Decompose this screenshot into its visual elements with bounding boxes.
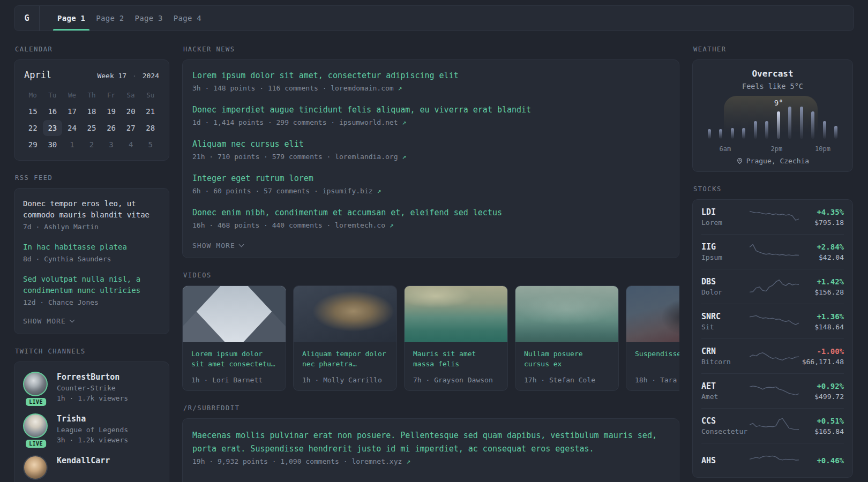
- stock-row[interactable]: IIGIpsum+2.84%$42.04: [701, 234, 844, 269]
- calendar-day: 19: [101, 103, 121, 119]
- tab-page-1[interactable]: Page 1: [52, 6, 91, 31]
- twitch-channel[interactable]: LIVETrishaLeague of Legends3h · 1.2k vie…: [23, 413, 160, 445]
- channel-category: League of Legends: [57, 425, 128, 435]
- video-card[interactable]: Suspendisse diam18h · Tara: [626, 285, 679, 391]
- channel-name[interactable]: Trisha: [57, 413, 128, 425]
- weather-bars: [708, 106, 837, 139]
- stock-change: +4.35%: [799, 207, 844, 217]
- weather-location-text: Prague, Czechia: [746, 157, 809, 165]
- section-label-twitch: TWITCH CHANNELS: [15, 348, 169, 355]
- rss-item-title[interactable]: In hac habitasse platea: [23, 242, 160, 253]
- twitch-channel[interactable]: KendallCarr: [23, 455, 160, 480]
- stock-row[interactable]: AHS+0.46%: [701, 443, 844, 477]
- video-title[interactable]: Lorem ipsum dolor sit amet consectetu…: [191, 349, 277, 369]
- stock-row[interactable]: AETAmet+0.92%$499.72: [701, 373, 844, 408]
- right-column: WEATHER Overcast Feels like 5°C 9° 6am2p…: [692, 46, 853, 482]
- twitch-channel[interactable]: LIVEForrestBurtonCounter-Strike1h · 1.7k…: [23, 372, 160, 403]
- hackernews-item: Aliquam nec cursus elit21h · 710 points …: [192, 139, 669, 162]
- calendar-day-header: Tu: [43, 87, 63, 103]
- stock-row[interactable]: LDILorem+4.35%$795.18: [701, 200, 844, 234]
- weather-bar: [811, 111, 814, 139]
- video-card[interactable]: Mauris sit amet massa felis7h · Grayson …: [404, 285, 508, 391]
- channel-name[interactable]: KendallCarr: [57, 455, 110, 466]
- calendar-day: 24: [62, 120, 82, 136]
- stock-sparkline: [750, 381, 799, 402]
- tab-page-3[interactable]: Page 3: [130, 6, 168, 31]
- hackernews-item-title[interactable]: Donec enim nibh, condimentum et accumsan…: [192, 207, 669, 219]
- calendar-day: 4: [121, 137, 141, 153]
- calendar-day-header: Sa: [121, 87, 141, 103]
- calendar-week: Week 17: [97, 72, 126, 80]
- stock-price: $499.72: [799, 391, 844, 402]
- external-link-icon: ↗: [377, 187, 381, 195]
- rss-item-title[interactable]: Donec tempor eros leo, ut commodo mauris…: [23, 198, 160, 221]
- hackernews-item-title[interactable]: Donec imperdiet augue tincidunt felis al…: [192, 104, 669, 116]
- calendar-widget: April Week 17 · 2024 MoTuWeThFrSaSu15161…: [14, 59, 169, 161]
- stock-symbol: CRN: [701, 346, 750, 357]
- calendar-day: 25: [82, 120, 102, 136]
- calendar-day-header: Su: [140, 87, 160, 103]
- tab-page-2[interactable]: Page 2: [91, 6, 129, 31]
- video-title[interactable]: Suspendisse diam: [635, 349, 679, 359]
- weather-time-label: 10pm: [815, 145, 830, 153]
- avatar-image: [23, 455, 48, 480]
- hackernews-item-title[interactable]: Aliquam nec cursus elit: [192, 139, 669, 150]
- main-columns: CALENDAR April Week 17 · 2024 MoTuWeThFr…: [14, 46, 854, 482]
- weather-bar: [754, 121, 757, 139]
- stock-sparkline: [750, 207, 799, 228]
- video-title[interactable]: Mauris sit amet massa felis: [413, 349, 499, 369]
- calendar-day: 27: [121, 120, 141, 136]
- calendar-day: 17: [62, 103, 82, 119]
- separator-dot: ·: [131, 72, 138, 80]
- app-logo[interactable]: G: [14, 6, 39, 31]
- tab-page-4[interactable]: Page 4: [168, 6, 207, 31]
- weather-time-label: 2pm: [771, 145, 783, 153]
- section-label-hackernews: HACKER NEWS: [183, 46, 679, 53]
- channel-name[interactable]: ForrestBurton: [57, 372, 128, 383]
- external-link-icon: ↗: [406, 457, 410, 465]
- item-meta-text: 8d · Cynthia Saunders: [23, 255, 111, 263]
- item-meta-text: 19h · 9,932 points · 1,090 comments · lo…: [192, 457, 406, 465]
- page-tabs: Page 1Page 2Page 3Page 4: [52, 6, 207, 31]
- item-meta: 6h · 60 points · 57 comments · ipsumify.…: [192, 186, 669, 196]
- video-thumbnail: [183, 286, 286, 342]
- stock-values: -1.00%$66,171.48: [799, 346, 844, 367]
- video-card[interactable]: Lorem ipsum dolor sit amet consectetu…1h…: [182, 285, 286, 391]
- section-label-stocks: STOCKS: [693, 185, 853, 193]
- video-thumbnail: [405, 286, 507, 342]
- item-meta-text: 7d · Ashlyn Martin: [23, 223, 99, 231]
- stock-row[interactable]: CCSConsectetur+0.51%$165.84: [701, 408, 844, 443]
- reddit-post-title[interactable]: Maecenas mollis pulvinar erat non posuer…: [192, 429, 669, 456]
- video-title[interactable]: Aliquam tempor dolor nec pharetra…: [302, 349, 388, 369]
- video-card-body: Lorem ipsum dolor sit amet consectetu…1h…: [183, 342, 286, 390]
- weather-bar: [731, 128, 734, 139]
- item-meta: 19h · 9,932 points · 1,090 comments · lo…: [192, 457, 669, 465]
- rss-item-title[interactable]: Sed volutpat nulla nisl, a condimentum n…: [23, 274, 160, 296]
- external-link-icon: ↗: [398, 84, 402, 92]
- stock-row[interactable]: SNRCSit+1.36%$148.64: [701, 304, 844, 338]
- avatar-image: [23, 372, 48, 396]
- weather-location: Prague, Czechia: [699, 157, 846, 165]
- stock-symbol: CCS: [701, 416, 750, 426]
- rss-show-more[interactable]: SHOW MORE: [23, 317, 160, 325]
- hackernews-show-more[interactable]: SHOW MORE: [192, 242, 669, 250]
- stock-symbol: LDI: [701, 207, 750, 217]
- avatar-image: [23, 413, 48, 438]
- weather-bar: [834, 126, 837, 139]
- video-card[interactable]: Nullam posuere cursus ex17h · Stefan Col…: [515, 285, 619, 391]
- calendar-header: April Week 17 · 2024: [24, 70, 159, 80]
- video-card-body: Suspendisse diam18h · Tara: [626, 342, 679, 390]
- stock-row[interactable]: CRNBitcorn-1.00%$66,171.48: [701, 338, 844, 373]
- video-card[interactable]: Aliquam tempor dolor nec pharetra…1h · M…: [293, 285, 397, 391]
- rss-widget: Donec tempor eros leo, ut commodo mauris…: [14, 188, 169, 334]
- hackernews-item-title[interactable]: Integer eget rutrum lorem: [192, 173, 669, 184]
- video-title[interactable]: Nullam posuere cursus ex: [524, 349, 610, 369]
- hn-list: Lorem ipsum dolor sit amet, consectetur …: [192, 70, 669, 250]
- external-link-icon: ↗: [390, 221, 394, 229]
- stock-values: +4.35%$795.18: [799, 207, 844, 228]
- hackernews-item-title[interactable]: Lorem ipsum dolor sit amet, consectetur …: [192, 70, 669, 81]
- hackernews-item: Lorem ipsum dolor sit amet, consectetur …: [192, 70, 669, 93]
- stock-price: $795.18: [799, 217, 844, 228]
- stock-row[interactable]: DBSDolor+1.42%$156.28: [701, 269, 844, 304]
- item-meta: 12d · Chance Jones: [23, 297, 160, 307]
